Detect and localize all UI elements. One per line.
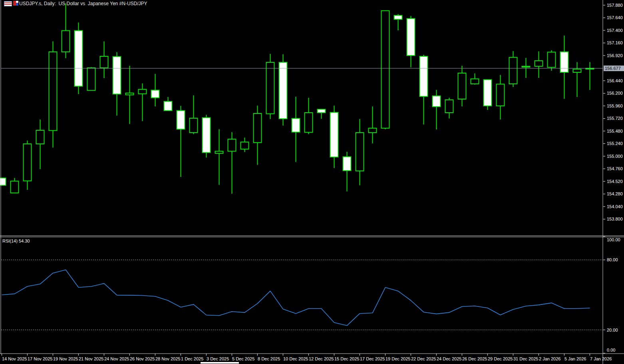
time-axis-label: 19 Dec 2025 xyxy=(386,356,410,361)
candle-body-bull[interactable] xyxy=(100,56,108,68)
price-scale-label: 156.200 xyxy=(607,91,623,95)
candle-body-bear[interactable] xyxy=(164,101,172,111)
time-axis-label: 1 Dec 2025 xyxy=(181,356,203,361)
candle-body-bear[interactable] xyxy=(279,62,287,119)
candle-body-bull[interactable] xyxy=(471,79,479,84)
time-axis-label: 17 Nov 2025 xyxy=(28,356,52,361)
candle-body-bear[interactable] xyxy=(560,52,568,72)
time-axis-label: 28 Nov 2025 xyxy=(155,356,180,361)
price-scale-label: 157.880 xyxy=(607,3,623,8)
rsi-scale-label: 100.00 xyxy=(607,237,620,242)
symbol-icon xyxy=(13,1,18,6)
horizontal-scrollbar-thumb[interactable] xyxy=(201,362,239,364)
time-axis-label: 8 Dec 2025 xyxy=(258,356,280,361)
candle-body-bull[interactable] xyxy=(241,142,249,149)
candle-body-bear[interactable] xyxy=(203,118,211,153)
market-watch-icon xyxy=(4,1,12,6)
time-axis-label: 5 Dec 2025 xyxy=(232,356,254,361)
price-scale-label: 157.160 xyxy=(607,40,623,45)
price-scale-label: 155.480 xyxy=(607,129,623,133)
candle-body-bull[interactable] xyxy=(509,58,517,84)
candle-body-bear[interactable] xyxy=(433,96,441,107)
candle-body-bear[interactable] xyxy=(330,112,338,157)
time-axis-label: 26 Dec 2025 xyxy=(462,356,487,361)
candle-body-bull[interactable] xyxy=(190,118,198,133)
time-axis-label: 2 Jan 2026 xyxy=(539,356,560,361)
candle-body-bull[interactable] xyxy=(139,90,147,94)
candle-body-bull[interactable] xyxy=(11,181,19,193)
rsi-indicator-label[interactable]: RSI(14) 54.30 xyxy=(2,239,30,243)
candle-body-bull[interactable] xyxy=(254,113,262,143)
rsi-scale-label: 0.00 xyxy=(607,348,615,352)
time-axis-label: 14 Nov 2025 xyxy=(2,356,27,361)
price-scale-label: 154.280 xyxy=(607,191,623,196)
rsi-line[interactable] xyxy=(2,270,590,326)
price-scale-label: 155.720 xyxy=(607,116,623,121)
candle-body-bull[interactable] xyxy=(266,62,274,114)
candle-body-bear[interactable] xyxy=(151,90,159,98)
candle-body-bear[interactable] xyxy=(343,157,351,171)
price-scale-label: 155.240 xyxy=(607,141,623,146)
rsi-scale-label: 80.00 xyxy=(607,257,618,262)
time-axis-label: 22 Dec 2025 xyxy=(411,356,436,361)
time-axis-label: 26 Nov 2025 xyxy=(130,356,155,361)
candle-body-bear[interactable] xyxy=(292,118,300,132)
candle-body-bull[interactable] xyxy=(445,100,453,113)
price-scale-label: 156.440 xyxy=(607,78,623,83)
candle-body-bear[interactable] xyxy=(318,109,326,113)
price-scale-label: 154.040 xyxy=(607,204,623,209)
candle-body-bear[interactable] xyxy=(484,80,492,106)
price-scale-label: 154.520 xyxy=(607,179,623,184)
candle-body-bear[interactable] xyxy=(420,56,428,96)
candle-body-bull[interactable] xyxy=(62,31,70,52)
candle-body-bull[interactable] xyxy=(369,128,377,133)
chart-title: USDJPY.s, Daily: US Dollar vs Japanese Y… xyxy=(19,1,147,6)
candle-body-bull[interactable] xyxy=(228,139,236,151)
price-scale-label: 157.400 xyxy=(607,28,623,33)
rsi-scale-label: 20.00 xyxy=(607,328,618,332)
time-axis-label: 24 Dec 2025 xyxy=(437,356,461,361)
time-axis-label: 17 Dec 2025 xyxy=(360,356,385,361)
time-axis-label: 21 Nov 2025 xyxy=(79,356,103,361)
price-scale-label: 153.800 xyxy=(607,217,623,221)
chart-window: USDJPY.s, Daily: US Dollar vs Japanese Y… xyxy=(0,0,624,364)
candle-body-bull[interactable] xyxy=(36,130,44,144)
candle-body-bull[interactable] xyxy=(356,133,364,171)
time-axis-label: 3 Dec 2025 xyxy=(207,356,229,361)
candle-body-bear[interactable] xyxy=(394,16,402,20)
candle-body-bull[interactable] xyxy=(382,11,390,128)
time-axis-label: 5 Jan 2026 xyxy=(564,356,586,361)
candle-body-bull[interactable] xyxy=(535,61,543,66)
price-scale-label: 157.640 xyxy=(607,15,623,20)
candle-body-bull[interactable] xyxy=(497,84,505,106)
price-scale-label: 156.920 xyxy=(607,53,623,58)
current-price-label: 156.677 xyxy=(604,66,624,71)
candle-body-bull[interactable] xyxy=(126,93,134,95)
price-scale-label: 155.000 xyxy=(607,154,623,159)
price-scale-label: 155.960 xyxy=(607,103,623,108)
candle-body-bull[interactable] xyxy=(458,73,466,99)
candle-body-bear[interactable] xyxy=(75,31,83,86)
candle-body-bear[interactable] xyxy=(407,18,415,56)
candle-body-bull[interactable] xyxy=(215,151,223,153)
price-scale-label: 154.760 xyxy=(607,166,623,171)
time-axis-label: 24 Nov 2025 xyxy=(104,356,129,361)
candle-body-bear[interactable] xyxy=(113,57,121,94)
time-axis-label: 15 Dec 2025 xyxy=(334,356,359,361)
time-axis-label: 29 Dec 2025 xyxy=(488,356,513,361)
candle-body-bull[interactable] xyxy=(522,66,530,67)
candle-body-bull[interactable] xyxy=(305,113,313,132)
time-axis-label: 7 Jan 2026 xyxy=(590,356,612,361)
time-axis-label: 31 Dec 2025 xyxy=(513,356,538,361)
candle-body-bull[interactable] xyxy=(24,144,32,181)
chart-canvas[interactable] xyxy=(0,0,624,364)
time-axis-label: 19 Nov 2025 xyxy=(53,356,78,361)
candle-body-bear[interactable] xyxy=(177,111,185,129)
candle-body-bull[interactable] xyxy=(548,52,556,67)
candle-body-bull[interactable] xyxy=(49,52,57,131)
candle-body-bull[interactable] xyxy=(573,69,581,72)
candle-body-bull[interactable] xyxy=(87,68,95,90)
time-axis-label: 12 Dec 2025 xyxy=(309,356,334,361)
time-axis-label: 10 Dec 2025 xyxy=(283,356,308,361)
